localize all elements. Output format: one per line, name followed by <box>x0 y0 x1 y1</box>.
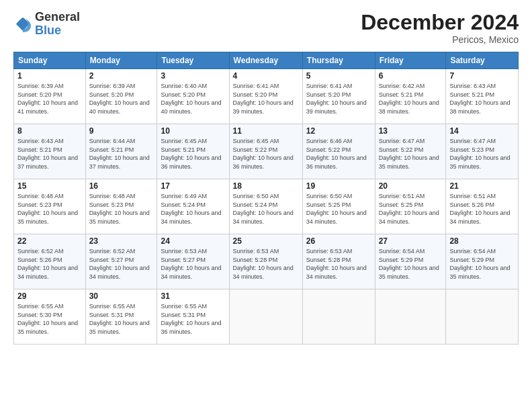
day-info: Sunrise: 6:52 AMSunset: 5:26 PMDaylight:… <box>17 247 82 281</box>
day-info: Sunrise: 6:48 AMSunset: 5:23 PMDaylight:… <box>17 192 82 226</box>
day-number: 17 <box>161 181 225 191</box>
day-number: 12 <box>306 126 371 136</box>
title-area: December 2024 Pericos, Mexico <box>361 11 519 45</box>
month-title: December 2024 <box>361 11 519 34</box>
day-number: 20 <box>379 181 443 191</box>
day-number: 21 <box>449 181 515 191</box>
day-info: Sunrise: 6:50 AMSunset: 5:24 PMDaylight:… <box>233 192 299 226</box>
day-info: Sunrise: 6:45 AMSunset: 5:21 PMDaylight:… <box>161 137 225 171</box>
table-row: 27Sunrise: 6:54 AMSunset: 5:29 PMDayligh… <box>375 234 446 289</box>
day-number: 28 <box>449 236 515 246</box>
day-info: Sunrise: 6:41 AMSunset: 5:20 PMDaylight:… <box>233 82 299 116</box>
header-saturday: Saturday <box>446 52 519 69</box>
day-info: Sunrise: 6:39 AMSunset: 5:20 PMDaylight:… <box>89 82 154 116</box>
day-number: 11 <box>233 126 299 136</box>
table-row: 28Sunrise: 6:54 AMSunset: 5:29 PMDayligh… <box>446 234 519 289</box>
day-info: Sunrise: 6:51 AMSunset: 5:25 PMDaylight:… <box>379 192 443 226</box>
header-thursday: Thursday <box>302 52 375 69</box>
day-number: 7 <box>449 71 515 81</box>
table-row: 11Sunrise: 6:45 AMSunset: 5:22 PMDayligh… <box>229 124 302 179</box>
header-sunday: Sunday <box>14 52 86 69</box>
day-number: 10 <box>161 126 225 136</box>
table-row: 2Sunrise: 6:39 AMSunset: 5:20 PMDaylight… <box>85 69 157 124</box>
calendar-week-row: 22Sunrise: 6:52 AMSunset: 5:26 PMDayligh… <box>14 234 519 289</box>
day-number: 14 <box>449 126 515 136</box>
table-row <box>229 289 302 345</box>
day-number: 29 <box>17 291 82 301</box>
table-row: 22Sunrise: 6:52 AMSunset: 5:26 PMDayligh… <box>14 234 86 289</box>
table-row <box>302 289 375 345</box>
table-row: 12Sunrise: 6:46 AMSunset: 5:22 PMDayligh… <box>302 124 375 179</box>
day-number: 4 <box>233 71 299 81</box>
day-number: 6 <box>379 71 443 81</box>
day-number: 22 <box>17 236 82 246</box>
calendar-week-row: 15Sunrise: 6:48 AMSunset: 5:23 PMDayligh… <box>14 179 519 234</box>
day-number: 27 <box>379 236 443 246</box>
day-info: Sunrise: 6:52 AMSunset: 5:27 PMDaylight:… <box>89 247 154 281</box>
calendar-week-row: 29Sunrise: 6:55 AMSunset: 5:30 PMDayligh… <box>14 289 519 345</box>
day-info: Sunrise: 6:49 AMSunset: 5:24 PMDaylight:… <box>161 192 225 226</box>
header-tuesday: Tuesday <box>157 52 229 69</box>
day-info: Sunrise: 6:55 AMSunset: 5:30 PMDaylight:… <box>17 302 82 336</box>
day-info: Sunrise: 6:43 AMSunset: 5:21 PMDaylight:… <box>449 82 515 116</box>
table-row: 20Sunrise: 6:51 AMSunset: 5:25 PMDayligh… <box>375 179 446 234</box>
table-row: 21Sunrise: 6:51 AMSunset: 5:26 PMDayligh… <box>446 179 519 234</box>
logo-text: General Blue <box>35 11 80 38</box>
day-info: Sunrise: 6:39 AMSunset: 5:20 PMDaylight:… <box>17 82 82 116</box>
day-info: Sunrise: 6:45 AMSunset: 5:22 PMDaylight:… <box>233 137 299 171</box>
logo-blue-text: Blue <box>35 24 80 38</box>
location: Pericos, Mexico <box>361 34 519 45</box>
table-row: 7Sunrise: 6:43 AMSunset: 5:21 PMDaylight… <box>446 69 519 124</box>
logo-icon <box>13 15 32 34</box>
table-row: 31Sunrise: 6:55 AMSunset: 5:31 PMDayligh… <box>157 289 229 345</box>
day-info: Sunrise: 6:47 AMSunset: 5:22 PMDaylight:… <box>379 137 443 171</box>
day-number: 15 <box>17 181 82 191</box>
calendar-week-row: 1Sunrise: 6:39 AMSunset: 5:20 PMDaylight… <box>14 69 519 124</box>
day-info: Sunrise: 6:54 AMSunset: 5:29 PMDaylight:… <box>379 247 443 281</box>
header-friday: Friday <box>375 52 446 69</box>
day-number: 18 <box>233 181 299 191</box>
day-info: Sunrise: 6:53 AMSunset: 5:27 PMDaylight:… <box>161 247 225 281</box>
day-number: 5 <box>306 71 371 81</box>
day-info: Sunrise: 6:43 AMSunset: 5:21 PMDaylight:… <box>17 137 82 171</box>
table-row: 1Sunrise: 6:39 AMSunset: 5:20 PMDaylight… <box>14 69 86 124</box>
day-number: 30 <box>89 291 154 301</box>
table-row: 25Sunrise: 6:53 AMSunset: 5:28 PMDayligh… <box>229 234 302 289</box>
day-info: Sunrise: 6:51 AMSunset: 5:26 PMDaylight:… <box>449 192 515 226</box>
table-row: 23Sunrise: 6:52 AMSunset: 5:27 PMDayligh… <box>85 234 157 289</box>
table-row: 29Sunrise: 6:55 AMSunset: 5:30 PMDayligh… <box>14 289 86 345</box>
day-info: Sunrise: 6:53 AMSunset: 5:28 PMDaylight:… <box>306 247 371 281</box>
table-row <box>375 289 446 345</box>
day-info: Sunrise: 6:44 AMSunset: 5:21 PMDaylight:… <box>89 137 154 171</box>
day-number: 16 <box>89 181 154 191</box>
day-number: 13 <box>379 126 443 136</box>
day-info: Sunrise: 6:40 AMSunset: 5:20 PMDaylight:… <box>161 82 225 116</box>
day-info: Sunrise: 6:47 AMSunset: 5:23 PMDaylight:… <box>449 137 515 171</box>
day-info: Sunrise: 6:55 AMSunset: 5:31 PMDaylight:… <box>89 302 154 336</box>
day-info: Sunrise: 6:48 AMSunset: 5:23 PMDaylight:… <box>89 192 154 226</box>
table-row: 9Sunrise: 6:44 AMSunset: 5:21 PMDaylight… <box>85 124 157 179</box>
calendar-week-row: 8Sunrise: 6:43 AMSunset: 5:21 PMDaylight… <box>14 124 519 179</box>
table-row: 13Sunrise: 6:47 AMSunset: 5:22 PMDayligh… <box>375 124 446 179</box>
logo-general-text: General <box>35 11 80 24</box>
day-number: 2 <box>89 71 154 81</box>
day-info: Sunrise: 6:55 AMSunset: 5:31 PMDaylight:… <box>161 302 225 336</box>
day-number: 31 <box>161 291 225 301</box>
calendar-header-row: Sunday Monday Tuesday Wednesday Thursday… <box>14 52 519 69</box>
day-number: 19 <box>306 181 371 191</box>
day-info: Sunrise: 6:50 AMSunset: 5:25 PMDaylight:… <box>306 192 371 226</box>
day-number: 23 <box>89 236 154 246</box>
day-info: Sunrise: 6:41 AMSunset: 5:20 PMDaylight:… <box>306 82 371 116</box>
day-info: Sunrise: 6:42 AMSunset: 5:21 PMDaylight:… <box>379 82 443 116</box>
calendar-table: Sunday Monday Tuesday Wednesday Thursday… <box>13 52 519 345</box>
day-info: Sunrise: 6:46 AMSunset: 5:22 PMDaylight:… <box>306 137 371 171</box>
table-row: 10Sunrise: 6:45 AMSunset: 5:21 PMDayligh… <box>157 124 229 179</box>
table-row: 18Sunrise: 6:50 AMSunset: 5:24 PMDayligh… <box>229 179 302 234</box>
table-row: 26Sunrise: 6:53 AMSunset: 5:28 PMDayligh… <box>302 234 375 289</box>
table-row: 3Sunrise: 6:40 AMSunset: 5:20 PMDaylight… <box>157 69 229 124</box>
day-number: 1 <box>17 71 82 81</box>
day-number: 24 <box>161 236 225 246</box>
page: General Blue December 2024 Pericos, Mexi… <box>0 0 532 411</box>
table-row: 5Sunrise: 6:41 AMSunset: 5:20 PMDaylight… <box>302 69 375 124</box>
day-info: Sunrise: 6:53 AMSunset: 5:28 PMDaylight:… <box>233 247 299 281</box>
